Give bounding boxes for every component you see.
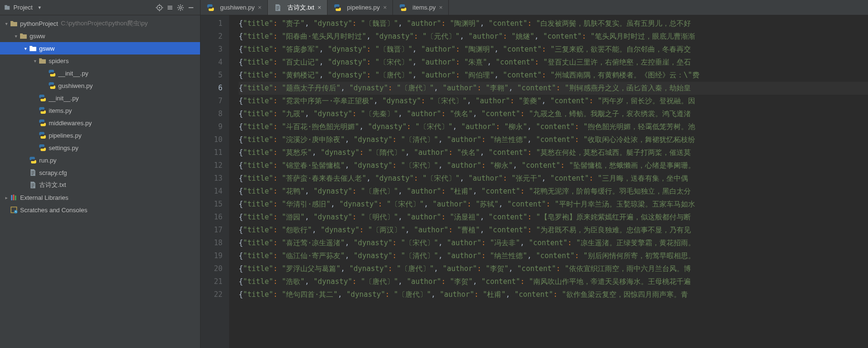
code-line[interactable]: {"title": "浩歌", "dynasty": "〔唐代〕", "auth…	[239, 275, 868, 288]
svg-line-13	[178, 5, 179, 6]
tree-row[interactable]: items.py	[0, 104, 200, 117]
code-line[interactable]: {"title": "阳春曲·笔头风月时时过", "dynasty": "〔元代…	[239, 30, 868, 43]
tab-label: items.py	[413, 4, 435, 11]
svg-line-15	[178, 9, 179, 10]
close-icon[interactable]: ×	[383, 4, 387, 11]
tab-label: gushiwen.py	[220, 4, 254, 11]
dir-icon	[10, 20, 18, 27]
dir-icon	[19, 33, 28, 39]
txt-icon	[29, 181, 37, 189]
code-line[interactable]: {"title": "百丈山记", "dynasty": "〔宋代〕", "au…	[239, 56, 868, 69]
project-sidebar: Project ▼ ▾pythonProjectC:\pythonProject…	[0, 0, 201, 348]
line-number: 3	[201, 43, 222, 56]
svg-rect-0	[5, 6, 10, 10]
txt-icon	[29, 169, 37, 176]
editor-tab[interactable]: items.py×	[393, 0, 449, 15]
tree-row[interactable]: middlewares.py	[0, 117, 200, 129]
project-tree[interactable]: ▾pythonProjectC:\pythonProject\python爬虫\…	[0, 15, 200, 348]
locate-icon[interactable]	[154, 2, 165, 13]
close-icon[interactable]: ×	[439, 4, 443, 11]
line-number: 17	[201, 224, 222, 237]
code-line[interactable]: {"title": "锦堂春·坠髻慵梳", "dynasty": "〔宋代〕",…	[239, 159, 868, 172]
code-viewport[interactable]: 12345678910111213141516171819202122 {"ti…	[201, 15, 868, 348]
py-icon	[399, 4, 407, 11]
tree-label: 古诗文.txt	[39, 181, 66, 189]
code-line[interactable]: {"title": "绝句四首·其二", "dynasty": "〔唐代〕", …	[239, 288, 868, 301]
code-line[interactable]: {"title": "九罭", "dynasty": "〔先秦〕", "auth…	[239, 108, 868, 120]
tree-row[interactable]: gushiwen.py	[0, 79, 200, 92]
code-line[interactable]: {"title": "菩萨蛮·春来春去催人老", "dynasty": "〔宋代…	[239, 172, 868, 185]
hide-icon[interactable]	[186, 2, 196, 13]
tree-row[interactable]: pipelines.py	[0, 129, 200, 141]
close-icon[interactable]: ×	[258, 4, 262, 11]
tree-row[interactable]: Scratches and Consoles	[0, 204, 200, 216]
sidebar-title: Project	[13, 4, 32, 11]
code-line[interactable]: {"title": "题燕太子丹传后", "dynasty": "〔唐代〕", …	[239, 82, 868, 95]
dir-icon	[38, 57, 47, 64]
code-line[interactable]: {"title": "斗百花·煦色韶光明媚", "dynasty": "〔宋代〕…	[239, 120, 868, 133]
code-line[interactable]: {"title": "怨歌行", "dynasty": "〔两汉〕", "aut…	[239, 224, 868, 237]
code-line[interactable]: {"title": "霓裳中序第一·亭皋正望极", "dynasty": "〔宋…	[239, 95, 868, 108]
tree-label: run.py	[39, 157, 56, 164]
chevron-down-icon: ▾	[3, 21, 10, 26]
line-number: 16	[201, 211, 222, 224]
chevron-down-icon: ▼	[37, 5, 42, 10]
tree-row[interactable]: ▾spiders	[0, 54, 200, 67]
tree-row[interactable]: settings.py	[0, 141, 200, 154]
txt-icon	[274, 4, 282, 11]
chevron-down-icon: ▾	[22, 46, 29, 51]
editor-tab[interactable]: pipelines.py×	[328, 0, 393, 15]
tree-row[interactable]: ▾gsww	[0, 30, 200, 42]
tree-label: Scratches and Consoles	[20, 207, 87, 214]
code-line[interactable]: {"title": "浣溪沙·庚申除夜", "dynasty": "〔清代〕",…	[239, 133, 868, 146]
chevron-down-icon: ▾	[12, 33, 19, 39]
line-number: 19	[201, 250, 222, 262]
tree-label: settings.py	[49, 144, 78, 152]
line-number: 14	[201, 185, 222, 198]
line-number: 2	[201, 30, 222, 43]
tree-row[interactable]: __init__.py	[0, 92, 200, 104]
tree-row[interactable]: ▸External Libraries	[0, 191, 200, 204]
svg-rect-1	[5, 5, 7, 6]
svg-rect-20	[15, 196, 16, 200]
tree-path: C:\pythonProject\python爬虫\py	[61, 19, 148, 28]
code-line[interactable]: {"title": "临江仙·寄严荪友", "dynasty": "〔清代〕",…	[239, 250, 868, 262]
code-line[interactable]: {"title": "喜迁莺·凉生遥渚", "dynasty": "〔宋代〕",…	[239, 237, 868, 250]
code-line[interactable]: {"title": "答庞参军", "dynasty": "〔魏晋〕", "au…	[239, 43, 868, 56]
svg-rect-18	[11, 195, 12, 200]
tree-label: pythonProject	[20, 20, 58, 27]
line-number: 15	[201, 198, 222, 211]
py-icon	[29, 156, 37, 164]
code-line[interactable]: {"title": "责子", "dynasty": "〔魏晋〕", "auth…	[239, 17, 868, 30]
code-content[interactable]: {"title": "责子", "dynasty": "〔魏晋〕", "auth…	[229, 15, 868, 348]
tab-label: pipelines.py	[347, 4, 380, 11]
code-line[interactable]: {"title": "罗浮山父与葛篇", "dynasty": "〔唐代〕", …	[239, 262, 868, 275]
tree-row[interactable]: scrapy.cfg	[0, 166, 200, 179]
line-number: 5	[201, 69, 222, 82]
project-dropdown[interactable]: Project ▼	[4, 4, 42, 11]
py-icon	[38, 94, 47, 102]
tree-row[interactable]: ▾pythonProjectC:\pythonProject\python爬虫\…	[0, 17, 200, 30]
expand-all-icon[interactable]	[165, 2, 175, 13]
scr-icon	[10, 206, 18, 214]
chevron-right-icon: ▸	[3, 195, 10, 200]
editor-tab[interactable]: gushiwen.py×	[201, 0, 268, 15]
line-number: 12	[201, 159, 222, 172]
svg-rect-19	[13, 195, 14, 200]
gear-icon[interactable]	[175, 2, 186, 13]
code-line[interactable]: {"title": "莫愁乐", "dynasty": "〔隋代〕", "aut…	[239, 146, 868, 159]
tree-row[interactable]: __init__.py	[0, 67, 200, 79]
tree-label: pipelines.py	[49, 132, 82, 139]
tree-row[interactable]: run.py	[0, 154, 200, 166]
tree-row[interactable]: 古诗文.txt	[0, 179, 200, 191]
code-line[interactable]: {"title": "花鸭", "dynasty": "〔唐代〕", "auth…	[239, 185, 868, 198]
close-icon[interactable]: ×	[318, 4, 321, 11]
code-line[interactable]: {"title": "华清引·感旧", "dynasty": "〔宋代〕", "…	[239, 198, 868, 211]
line-number: 9	[201, 120, 222, 133]
py-icon	[333, 4, 342, 11]
tree-label: items.py	[49, 107, 72, 114]
editor-tab[interactable]: 古诗文.txt×	[268, 0, 328, 15]
code-line[interactable]: {"title": "黄鹤楼记", "dynasty": "〔唐代〕", "au…	[239, 69, 868, 82]
code-line[interactable]: {"title": "游园", "dynasty": "〔明代〕", "auth…	[239, 211, 868, 224]
tree-row[interactable]: ▾gsww	[0, 42, 200, 54]
